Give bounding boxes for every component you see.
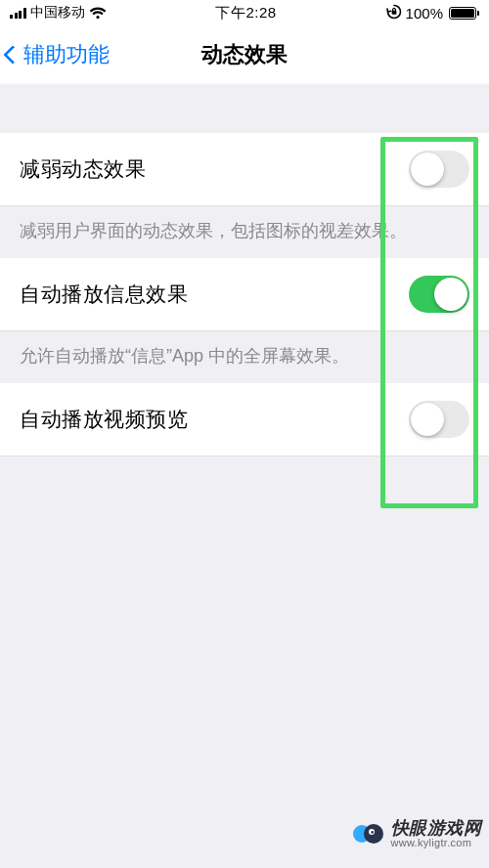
toggle-reduce-motion[interactable]: [409, 151, 469, 188]
back-button[interactable]: 辅助功能: [6, 25, 110, 83]
toggle-knob: [411, 152, 444, 186]
carrier-label: 中国移动: [30, 4, 85, 22]
row-label-autoplay-messages: 自动播放信息效果: [20, 281, 188, 308]
svg-rect-0: [391, 10, 396, 14]
status-time: 下午2:28: [215, 4, 276, 22]
group-spacer: [0, 456, 489, 482]
status-left: 中国移动: [10, 4, 107, 22]
group-spacer: [0, 84, 489, 133]
cellular-signal-icon: [10, 7, 26, 19]
watermark-text: 快眼游戏网 www.kyligtr.com: [391, 819, 482, 848]
svg-point-4: [371, 831, 374, 834]
status-right: 100%: [386, 4, 479, 22]
watermark-logo-icon: [352, 817, 385, 850]
row-autoplay-messages: 自动播放信息效果: [0, 258, 489, 331]
row-label-autoplay-video: 自动播放视频预览: [20, 406, 188, 433]
status-bar: 中国移动 下午2:28 100%: [0, 0, 489, 25]
footer-autoplay-messages: 允许自动播放“信息”App 中的全屏幕效果。: [0, 331, 489, 383]
row-reduce-motion: 减弱动态效果: [0, 133, 489, 206]
toggle-autoplay-messages[interactable]: [409, 276, 469, 313]
row-autoplay-video: 自动播放视频预览: [0, 383, 489, 456]
watermark: 快眼游戏网 www.kyligtr.com: [352, 817, 482, 850]
battery-icon: [449, 7, 479, 20]
toggle-autoplay-video[interactable]: [409, 401, 469, 438]
toggle-knob: [434, 278, 467, 311]
footer-reduce-motion: 减弱用户界面的动态效果，包括图标的视差效果。: [0, 206, 489, 258]
wifi-icon: [89, 7, 107, 20]
row-label-reduce-motion: 减弱动态效果: [20, 155, 146, 183]
nav-bar: 辅助功能 动态效果: [0, 25, 489, 84]
toggle-knob: [411, 403, 444, 436]
chevron-left-icon: [3, 45, 22, 65]
orientation-lock-icon: [386, 4, 402, 22]
watermark-url: www.kyligtr.com: [391, 838, 482, 849]
watermark-title: 快眼游戏网: [391, 819, 482, 838]
battery-percent: 100%: [406, 5, 443, 22]
back-label: 辅助功能: [23, 40, 110, 69]
